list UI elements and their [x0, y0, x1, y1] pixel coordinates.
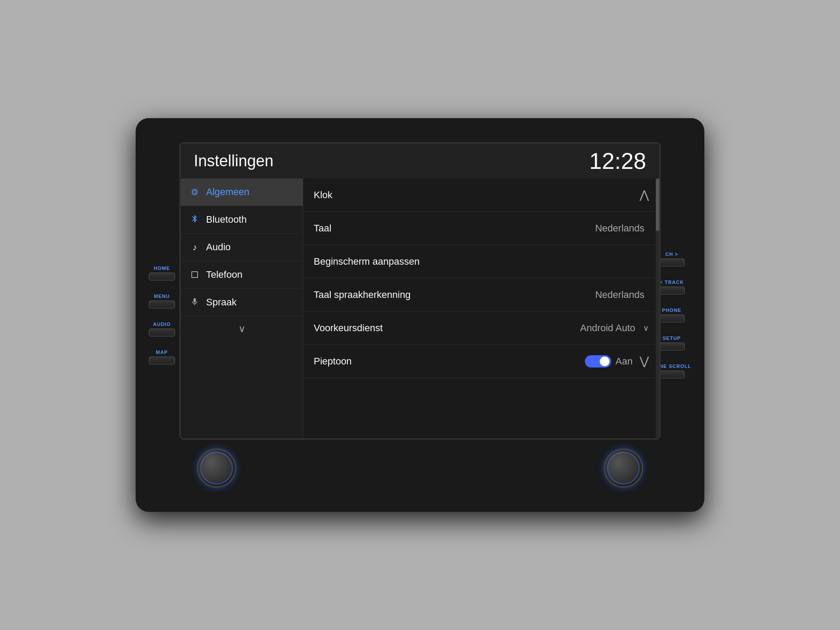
map-button-group[interactable]: MAP	[149, 350, 175, 364]
left-knob-wrapper	[197, 448, 236, 488]
home-button-label: HOME	[154, 266, 170, 271]
phone-button-group[interactable]: PHONE	[658, 308, 685, 322]
menu-item-spraak[interactable]: Spraak	[181, 289, 303, 316]
audio-button-label: AUDIO	[153, 322, 171, 327]
menu-item-algemeen[interactable]: ⚙ Algemeen	[181, 178, 303, 206]
menu-item-telefoon-label: Telefoon	[206, 269, 242, 280]
setup-button-group[interactable]: SETUP	[658, 336, 685, 350]
menu-item-bluetooth-label: Bluetooth	[206, 214, 247, 225]
settings-klok[interactable]: Klok ⋀	[303, 178, 659, 212]
toggle-knob	[600, 357, 609, 366]
scroll-thumb[interactable]	[656, 178, 659, 231]
pieptoon-toggle[interactable]	[585, 355, 611, 368]
settings-pieptoon[interactable]: Pieptoon Aan ⋁	[303, 345, 659, 378]
phone-icon: ☐	[189, 270, 200, 280]
screen-header: Instellingen 12:28	[181, 144, 659, 178]
settings-voorkeursdienst[interactable]: Voorkeursdienst Android Auto ∨	[303, 312, 659, 345]
menu-item-spraak-label: Spraak	[206, 297, 237, 308]
scroll-down-arrow[interactable]: ⋁	[640, 354, 649, 368]
menu-button[interactable]	[149, 301, 175, 308]
audio-button-group[interactable]: AUDIO	[149, 322, 175, 336]
car-infotainment-unit: HOME MENU AUDIO MAP CH > < TRACK PHONE	[136, 118, 704, 512]
bottom-controls	[179, 448, 661, 488]
ch-button[interactable]	[658, 259, 685, 266]
taal-label: Taal	[314, 223, 595, 234]
audio-button[interactable]	[149, 329, 175, 336]
track-button-group[interactable]: < TRACK	[658, 280, 685, 294]
menu-item-audio-label: Audio	[206, 242, 231, 253]
settings-taal-spraak[interactable]: Taal spraakherkenning Nederlands	[303, 278, 659, 312]
pieptoon-label: Pieptoon	[314, 356, 585, 367]
left-menu-panel: ⚙ Algemeen Bluetooth ♪ Audio ☐	[181, 178, 303, 438]
taal-spraak-value: Nederlands	[595, 289, 644, 301]
settings-panel: Klok ⋀ Taal Nederlands Beginscherm aanpa…	[303, 178, 659, 438]
screen-title: Instellingen	[194, 152, 273, 170]
tune-scroll-knob[interactable]	[604, 448, 643, 488]
beginscherm-label: Beginscherm aanpassen	[314, 256, 649, 267]
phone-button[interactable]	[658, 315, 685, 322]
pieptoon-value: Aan	[616, 356, 633, 367]
setup-button-label: SETUP	[663, 336, 681, 341]
menu-item-telefoon[interactable]: ☐ Telefoon	[181, 261, 303, 289]
taal-value: Nederlands	[595, 223, 644, 234]
bluetooth-icon	[189, 214, 200, 225]
voorkeursdienst-label: Voorkeursdienst	[314, 322, 580, 334]
klok-label: Klok	[314, 189, 635, 201]
voice-icon	[189, 297, 200, 308]
home-button-group[interactable]: HOME	[149, 266, 175, 280]
screen-time: 12:28	[589, 148, 646, 174]
ch-button-label: CH >	[665, 252, 678, 257]
menu-item-audio[interactable]: ♪ Audio	[181, 234, 303, 261]
power-volume-knob[interactable]	[197, 448, 236, 488]
settings-taal[interactable]: Taal Nederlands	[303, 212, 659, 245]
left-button-panel: HOME MENU AUDIO MAP	[149, 266, 175, 364]
pieptoon-toggle-container: Aan	[585, 355, 633, 368]
screen-content: ⚙ Algemeen Bluetooth ♪ Audio ☐	[181, 178, 659, 438]
scroll-track	[656, 178, 659, 438]
ch-button-group[interactable]: CH >	[658, 252, 685, 266]
map-button[interactable]	[149, 357, 175, 364]
track-button-label: < TRACK	[660, 280, 684, 285]
right-knob-wrapper	[604, 448, 643, 488]
infotainment-screen: Instellingen 12:28 ⚙ Algemeen Bluetooth	[179, 142, 661, 440]
taal-spraak-label: Taal spraakherkenning	[314, 289, 595, 301]
voorkeursdienst-value: Android Auto	[580, 322, 635, 334]
tune-scroll-button[interactable]	[658, 371, 685, 378]
chevron-down-icon: ∨	[238, 323, 245, 335]
music-icon: ♪	[189, 242, 200, 252]
menu-more-button[interactable]: ∨	[181, 316, 303, 342]
menu-item-bluetooth[interactable]: Bluetooth	[181, 206, 303, 234]
phone-button-label: PHONE	[662, 308, 681, 313]
home-button[interactable]	[149, 273, 175, 280]
menu-item-algemeen-label: Algemeen	[206, 186, 249, 198]
menu-button-label: MENU	[154, 294, 170, 299]
gear-icon: ⚙	[189, 187, 200, 197]
dropdown-icon[interactable]: ∨	[643, 323, 649, 333]
scroll-up-arrow[interactable]: ⋀	[640, 188, 649, 202]
map-button-label: MAP	[156, 350, 168, 355]
menu-button-group[interactable]: MENU	[149, 294, 175, 308]
settings-beginscherm[interactable]: Beginscherm aanpassen	[303, 245, 659, 278]
track-button[interactable]	[658, 287, 685, 294]
setup-button[interactable]	[658, 343, 685, 350]
